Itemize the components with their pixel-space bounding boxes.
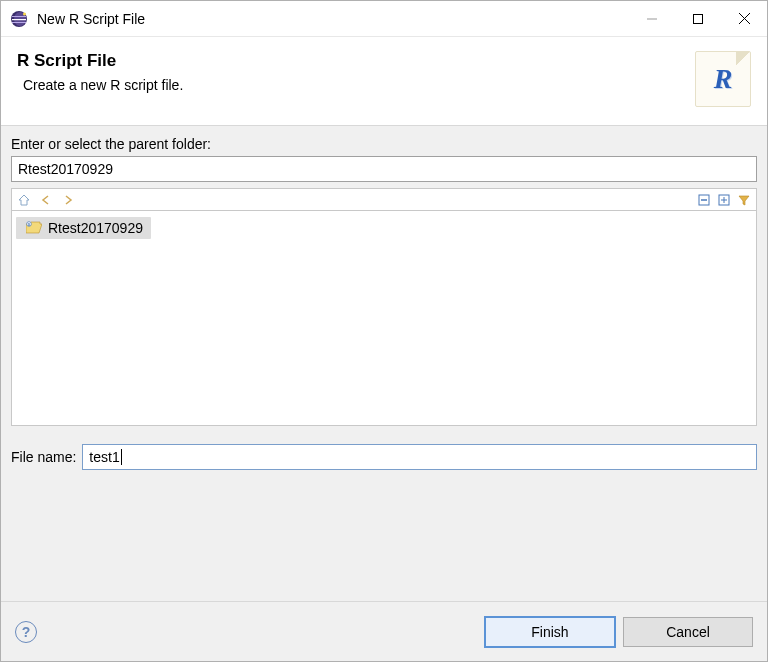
expand-all-icon[interactable] xyxy=(716,192,732,208)
svg-rect-2 xyxy=(12,16,26,17)
collapse-all-icon[interactable] xyxy=(696,192,712,208)
finish-button[interactable]: Finish xyxy=(485,617,615,647)
back-icon[interactable] xyxy=(38,192,54,208)
page-title: R Script File xyxy=(17,51,695,71)
filter-icon[interactable] xyxy=(736,192,752,208)
wizard-header: R Script File Create a new R script file… xyxy=(1,37,767,125)
home-icon[interactable] xyxy=(16,192,32,208)
parent-folder-input[interactable] xyxy=(11,156,757,182)
filename-label: File name: xyxy=(11,449,76,465)
text-caret xyxy=(121,449,122,465)
forward-icon[interactable] xyxy=(60,192,76,208)
page-subtitle: Create a new R script file. xyxy=(17,77,695,93)
button-bar: ? Finish Cancel xyxy=(1,601,767,661)
tree-toolbar xyxy=(11,188,757,210)
folder-tree[interactable]: R Rtest20170929 xyxy=(11,210,757,426)
eclipse-icon xyxy=(9,9,29,29)
window-title: New R Script File xyxy=(37,11,145,27)
svg-rect-4 xyxy=(12,22,26,23)
svg-point-5 xyxy=(23,12,26,15)
r-file-icon: R xyxy=(695,51,751,107)
svg-rect-3 xyxy=(12,19,26,20)
help-icon[interactable]: ? xyxy=(15,621,37,643)
filename-row: File name: test1 xyxy=(11,444,757,470)
dialog-window: New R Script File R Script File Create a… xyxy=(0,0,768,662)
project-folder-icon: R xyxy=(26,221,42,235)
minimize-button[interactable] xyxy=(629,1,675,37)
close-button[interactable] xyxy=(721,1,767,37)
title-bar: New R Script File xyxy=(1,1,767,37)
filename-input[interactable]: test1 xyxy=(82,444,757,470)
svg-rect-7 xyxy=(694,14,703,23)
tree-item[interactable]: R Rtest20170929 xyxy=(16,217,151,239)
tree-item-label: Rtest20170929 xyxy=(48,220,143,236)
content-spacer xyxy=(1,484,767,601)
filename-value: test1 xyxy=(89,449,119,465)
wizard-content: Enter or select the parent folder: xyxy=(1,126,767,484)
maximize-button[interactable] xyxy=(675,1,721,37)
cancel-button[interactable]: Cancel xyxy=(623,617,753,647)
parent-folder-label: Enter or select the parent folder: xyxy=(11,136,757,152)
